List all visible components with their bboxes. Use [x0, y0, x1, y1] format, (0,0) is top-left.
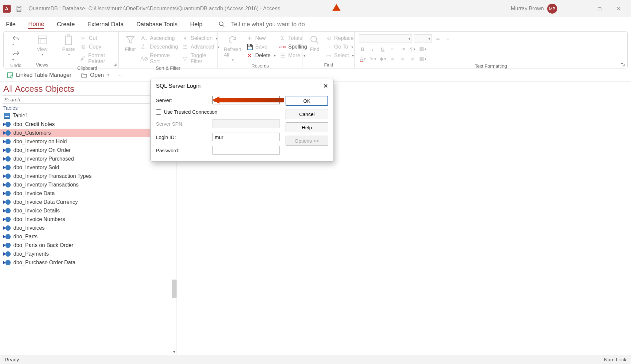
ascending-button[interactable]: A↓Ascending: [141, 35, 179, 42]
format-painter-button[interactable]: 🖌Format Painter: [79, 52, 114, 65]
undo-button[interactable]: ▾: [12, 35, 20, 47]
numbering-button[interactable]: ≡: [444, 35, 452, 43]
cut-button[interactable]: ✂Cut: [79, 35, 114, 42]
options-button[interactable]: Options >>: [286, 136, 328, 146]
help-button[interactable]: Help: [286, 122, 328, 132]
delete-record-button[interactable]: ✕Delete▾: [246, 52, 276, 59]
find-button[interactable]: Find: [307, 34, 322, 53]
text-direction-button[interactable]: ¶▾: [409, 45, 417, 53]
quick-access-more[interactable]: ⋯: [118, 71, 124, 78]
descending-button[interactable]: Z↓Descending: [141, 44, 179, 50]
refresh-all-button[interactable]: Refresh All▾: [222, 34, 243, 62]
tell-me-input[interactable]: [231, 21, 324, 28]
navpane-item[interactable]: dbo_Parts: [0, 232, 177, 241]
decrease-indent-button[interactable]: ⇤: [389, 45, 397, 53]
italic-button[interactable]: I: [369, 45, 377, 53]
font-size-select[interactable]: ▾: [414, 34, 432, 43]
annotation-arrow: [332, 4, 340, 11]
save-icon[interactable]: [15, 5, 23, 12]
navpane-item-label: dbo_Inventory On Order: [13, 147, 71, 153]
goto-icon: →: [325, 44, 331, 50]
trusted-connection-label: Use Trusted Connection: [164, 109, 217, 115]
navpane-item[interactable]: dbo_Parts on Back Order: [0, 241, 177, 250]
svg-line-10: [316, 41, 318, 44]
bold-button[interactable]: B: [359, 45, 367, 53]
svg-point-2: [219, 22, 223, 26]
tab-file[interactable]: File: [6, 20, 16, 29]
underline-button[interactable]: U: [379, 45, 387, 53]
password-input[interactable]: [212, 146, 280, 155]
align-left-button[interactable]: ≡: [389, 55, 397, 63]
ribbon-collapse-button[interactable]: ⌄: [620, 59, 624, 65]
scrollbar-thumb[interactable]: [172, 280, 177, 298]
user-avatar[interactable]: MB: [547, 4, 557, 14]
navpane-item[interactable]: dbo_Invoice Data Currency: [0, 198, 177, 206]
remove-sort-button[interactable]: A⊘Remove Sort: [141, 52, 179, 65]
linked-table-manager-button[interactable]: Linked Table Manager: [7, 72, 71, 78]
redo-button[interactable]: ▾: [12, 50, 20, 62]
navpane-item[interactable]: dbo_Inventory Transaction Types: [0, 172, 177, 181]
chevron-down-icon: ▾: [276, 98, 278, 102]
align-center-button[interactable]: ≡: [399, 55, 407, 63]
filter-button[interactable]: Filter: [123, 34, 138, 53]
close-button[interactable]: ✕: [609, 2, 628, 15]
minimize-button[interactable]: —: [570, 2, 590, 15]
font-family-select[interactable]: ▾: [359, 34, 412, 43]
maximize-button[interactable]: ▢: [590, 2, 609, 15]
fill-color-button[interactable]: ◆▾: [379, 55, 387, 63]
svg-point-12: [10, 75, 13, 78]
tab-create[interactable]: Create: [57, 20, 75, 29]
navpane-item[interactable]: dbo_Inventory Transactions: [0, 181, 177, 189]
align-right-button[interactable]: ≡: [409, 55, 417, 63]
goto-button[interactable]: →Go To▾: [325, 44, 354, 50]
save-record-button[interactable]: 💾Save: [246, 44, 276, 50]
copy-button[interactable]: ⧉Copy: [79, 44, 114, 50]
folder-open-icon: [81, 72, 87, 78]
tell-me[interactable]: [218, 21, 324, 28]
tab-database-tools[interactable]: Database Tools: [136, 20, 178, 29]
tab-external-data[interactable]: External Data: [87, 20, 124, 29]
navpane-item-label: dbo_Inventory Purchased: [13, 156, 74, 162]
server-combo[interactable]: to ▾: [212, 96, 280, 104]
view-button[interactable]: View▾: [35, 34, 50, 57]
alt-fill-button[interactable]: ▦▾: [419, 55, 427, 63]
font-color-button[interactable]: A▾: [359, 55, 367, 63]
replace-button[interactable]: ⟲Replace: [325, 35, 354, 42]
advanced-button[interactable]: ☰Advanced▾: [182, 44, 220, 50]
select-button[interactable]: ▭Select▾: [325, 52, 354, 59]
navpane-item[interactable]: dbo_Invoice Details: [0, 206, 177, 215]
bullets-button[interactable]: ≣: [434, 35, 442, 43]
navpane-item[interactable]: dbo_Payments: [0, 250, 177, 258]
cancel-button[interactable]: Cancel: [286, 109, 328, 119]
tab-home[interactable]: Home: [28, 19, 44, 29]
scrollbar-down-arrow[interactable]: ▼: [172, 349, 176, 354]
increase-indent-button[interactable]: ⇥: [399, 45, 407, 53]
replace-icon: ⟲: [325, 35, 331, 41]
highlight-button[interactable]: ✎▾: [369, 55, 377, 63]
login-id-input[interactable]: [212, 133, 280, 141]
group-sort-filter: Filter A↓Ascending Z↓Descending A⊘Remove…: [119, 32, 218, 68]
new-record-button[interactable]: ✦New: [246, 35, 276, 42]
toggle-filter-button[interactable]: ▽Toggle Filter: [182, 52, 220, 65]
navpane-item[interactable]: dbo_Inventory Sold: [0, 163, 177, 172]
refresh-icon: [227, 34, 238, 46]
open-button[interactable]: Open ▾: [81, 72, 109, 78]
selection-button[interactable]: ▾Selection▾: [182, 35, 220, 42]
gridlines-button[interactable]: ▦▾: [419, 45, 427, 53]
navpane-item[interactable]: dbo_Purchase Order Data: [0, 258, 177, 267]
paste-button[interactable]: Paste▾: [60, 34, 77, 57]
navpane-item[interactable]: dbo_Invoice Numbers: [0, 215, 177, 224]
tab-help[interactable]: Help: [190, 20, 202, 29]
ok-button[interactable]: OK: [286, 96, 328, 106]
dialog-close-button[interactable]: ✕: [323, 82, 328, 90]
group-text-formatting: ▾ ▾ ≣ ≡ B I U ⇤ ⇥ ¶▾ ▦▾ A▾ ✎▾ ◆▾ ≡ ≡ ≡: [355, 32, 627, 68]
linked-table-manager-icon: [7, 72, 13, 78]
navpane-search-input[interactable]: [2, 95, 175, 104]
navpane-item-label: dbo_Parts: [13, 234, 38, 240]
navpane-item[interactable]: dbo_Invoices: [0, 224, 177, 232]
search-icon: [218, 21, 225, 28]
trusted-connection-checkbox[interactable]: [156, 109, 161, 115]
navpane-item[interactable]: dbo_Invoice Data: [0, 189, 177, 198]
clipboard-dialog-launcher[interactable]: ◢: [114, 62, 116, 67]
sql-server-login-dialog: SQL Server Login ✕ Server: to ▾ Use Trus…: [150, 79, 334, 162]
